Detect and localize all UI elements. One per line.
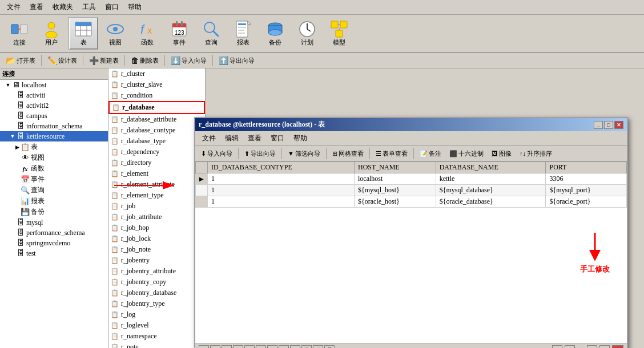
table-row[interactable]: 1 ${oracle_host} ${oracle_database} ${or… bbox=[196, 196, 627, 208]
table-list-r-database[interactable]: 📋 r_database bbox=[108, 101, 205, 114]
cell-database-3[interactable]: ${oracle_database} bbox=[436, 196, 546, 208]
tree-performance-schema[interactable]: 🗄 performance_schema bbox=[0, 228, 108, 238]
nav-last[interactable]: ▶▶ bbox=[233, 345, 243, 348]
nav-refresh[interactable]: ↺ bbox=[313, 345, 323, 348]
nav-next[interactable]: ▶ bbox=[222, 345, 232, 348]
action-delete-table[interactable]: 🗑 删除表 bbox=[127, 55, 162, 66]
status-nav-next[interactable]: ▶ bbox=[587, 345, 597, 348]
minimize-button[interactable]: _ bbox=[594, 121, 603, 129]
table-list-r-job-hop[interactable]: 📋 r_job_hop bbox=[108, 222, 205, 233]
dialog-menu-file[interactable]: 文件 bbox=[198, 132, 220, 144]
table-list-r-cluster-slave[interactable]: 📋 r_cluster_slave bbox=[108, 79, 205, 90]
table-list-r-database-type[interactable]: 📋 r_database_type bbox=[108, 136, 205, 147]
dialog-menu-edit[interactable]: 编辑 bbox=[220, 132, 243, 144]
cell-id-2[interactable]: 1 bbox=[208, 185, 355, 196]
toolbar-view[interactable]: 视图 bbox=[100, 17, 130, 50]
table-list-r-jobentry-attribute[interactable]: 📋 r_jobentry_attribute bbox=[108, 266, 205, 277]
table-list-r-loglevel[interactable]: 📋 r_loglevel bbox=[108, 320, 205, 331]
table-list-r-jobentry-database[interactable]: 📋 r_jobentry_database bbox=[108, 288, 205, 298]
nav-copy[interactable]: ⎘ bbox=[301, 345, 312, 348]
table-list-r-dependency[interactable]: 📋 r_dependency bbox=[108, 147, 205, 157]
toolbar-event[interactable]: 123 事件 bbox=[164, 17, 194, 50]
nav-info[interactable]: ⓘ bbox=[324, 345, 335, 348]
tree-mysql[interactable]: 🗄 mysql bbox=[0, 217, 108, 228]
close-button[interactable]: ✕ bbox=[614, 121, 623, 129]
toolbar-table[interactable]: 表 bbox=[69, 17, 98, 50]
table-list-r-namespace[interactable]: 📋 r_namespace bbox=[108, 331, 205, 342]
cell-port-2[interactable]: ${mysql_port} bbox=[546, 185, 627, 196]
table-list-r-jobentry-copy[interactable]: 📋 r_jobentry_copy bbox=[108, 277, 205, 288]
nav-down[interactable]: ▼ bbox=[279, 345, 289, 348]
action-import-wizard[interactable]: ⬇️ 导入向导 bbox=[167, 55, 210, 66]
nav-up[interactable]: ▲ bbox=[267, 345, 277, 348]
tree-springmvcdemo[interactable]: 🗄 springmvcdemo bbox=[0, 238, 108, 248]
action-design-table[interactable]: ✏️ 设计表 bbox=[44, 55, 80, 66]
nav-first[interactable]: ◀◀ bbox=[199, 345, 209, 348]
tree-function[interactable]: fx 函数 bbox=[0, 163, 108, 174]
table-list-r-element[interactable]: 📋 r_element bbox=[108, 168, 205, 179]
toolbar-connect[interactable]: 连接 bbox=[5, 17, 34, 50]
data-area[interactable]: ID_DATABASE_CONTYPE HOST_NAME DATABASE_N… bbox=[195, 161, 627, 343]
menu-window[interactable]: 窗口 bbox=[100, 1, 123, 13]
action-export-wizard[interactable]: ⬆️ 导出向导 bbox=[215, 55, 258, 66]
cell-host-2[interactable]: ${mysql_host} bbox=[355, 185, 436, 196]
table-list-r-job-lock[interactable]: 📋 r_job_lock bbox=[108, 233, 205, 244]
tree-test[interactable]: 🗄 test bbox=[0, 248, 108, 258]
action-open-table[interactable]: 📂 打开表 bbox=[2, 55, 39, 66]
table-row[interactable]: ▶ 1 localhost kettle 3306 bbox=[196, 173, 627, 185]
col-port[interactable]: PORT bbox=[546, 162, 627, 173]
table-list-r-cluster[interactable]: 📋 r_cluster bbox=[108, 68, 205, 79]
tree-information-schema[interactable]: 🗄 information_schema bbox=[0, 121, 108, 131]
tree-event[interactable]: 📅 事件 bbox=[0, 174, 108, 185]
nav-add[interactable]: + bbox=[244, 345, 255, 348]
cell-database-2[interactable]: ${mysql_database} bbox=[436, 185, 546, 196]
menu-tools[interactable]: 工具 bbox=[78, 1, 100, 13]
tree-backup[interactable]: 💾 备份 bbox=[0, 207, 108, 217]
col-database-name[interactable]: DATABASE_NAME bbox=[436, 162, 546, 173]
dialog-import-wizard[interactable]: ⬇ 导入向导 bbox=[198, 148, 236, 159]
status-nav-prev[interactable]: ◀ bbox=[565, 345, 575, 348]
nav-cut[interactable]: ✂ bbox=[290, 345, 300, 348]
cell-port-1[interactable]: 3306 bbox=[546, 173, 627, 185]
dialog-hex[interactable]: ⬛ 十六进制 bbox=[446, 148, 487, 159]
toolbar-report[interactable]: 报表 bbox=[228, 17, 258, 50]
dialog-menu-window[interactable]: 窗口 bbox=[266, 132, 289, 144]
table-list-r-database-attribute[interactable]: 📋 r_database_attribute bbox=[108, 114, 205, 125]
tree-activiti2[interactable]: 🗄 activiti2 bbox=[0, 100, 108, 111]
tree-table[interactable]: ▶ 📋 表 bbox=[0, 141, 108, 152]
tree-query[interactable]: 🔍 查询 bbox=[0, 185, 108, 196]
cell-id-1[interactable]: 1 bbox=[208, 173, 355, 185]
status-nav-last[interactable]: ▶▶ bbox=[599, 345, 610, 348]
nav-delete[interactable]: − bbox=[256, 345, 266, 348]
toolbar-function[interactable]: f x 函数 bbox=[132, 17, 162, 50]
cell-port-3[interactable]: ${oracle_port} bbox=[546, 196, 627, 208]
menu-help[interactable]: 帮助 bbox=[123, 1, 146, 13]
col-host-name[interactable]: HOST_NAME bbox=[355, 162, 436, 173]
dialog-grid-view[interactable]: ⊞ 网格查看 bbox=[329, 148, 367, 159]
tree-view[interactable]: 👁 视图 bbox=[0, 152, 108, 163]
table-list-r-job[interactable]: 📋 r_job bbox=[108, 201, 205, 212]
dialog-image[interactable]: 🖼 图像 bbox=[488, 148, 515, 159]
tree-report[interactable]: 📊 报表 bbox=[0, 196, 108, 207]
table-list-r-element-attribute[interactable]: 📋 r_element_attribute bbox=[108, 179, 205, 190]
menu-file[interactable]: 文件 bbox=[2, 1, 25, 13]
status-close[interactable]: ✕ bbox=[612, 345, 623, 348]
menu-favorites[interactable]: 收藏夹 bbox=[48, 1, 78, 13]
toolbar-user[interactable]: 用户 bbox=[37, 17, 66, 50]
toolbar-schedule[interactable]: 计划 bbox=[292, 17, 322, 50]
tree-campus[interactable]: 🗄 campus bbox=[0, 111, 108, 121]
dialog-filter-wizard[interactable]: ▼ 筛选向导 bbox=[284, 148, 324, 159]
tree-kettleresource[interactable]: ▼ 🗄 kettleresource bbox=[0, 131, 108, 141]
dialog-sort[interactable]: ↑↓ 升序排序 bbox=[516, 148, 556, 159]
action-new-table[interactable]: ➕ 新建表 bbox=[86, 55, 122, 66]
dialog-export-wizard[interactable]: ⬆ 导出向导 bbox=[241, 148, 279, 159]
dialog-menu-help[interactable]: 帮助 bbox=[289, 132, 312, 144]
menu-view[interactable]: 查看 bbox=[25, 1, 48, 13]
table-list-r-log[interactable]: 📋 r_log bbox=[108, 309, 205, 320]
table-list-r-jobentry[interactable]: 📋 r_jobentry bbox=[108, 255, 205, 266]
table-list-r-condition[interactable]: 📋 r_condition bbox=[108, 90, 205, 101]
table-row[interactable]: 1 ${mysql_host} ${mysql_database} ${mysq… bbox=[196, 185, 627, 196]
cell-database-1[interactable]: kettle bbox=[436, 173, 546, 185]
table-list-r-directory[interactable]: 📋 r_directory bbox=[108, 157, 205, 168]
table-list-r-database-contype[interactable]: 📋 r_database_contype bbox=[108, 125, 205, 136]
